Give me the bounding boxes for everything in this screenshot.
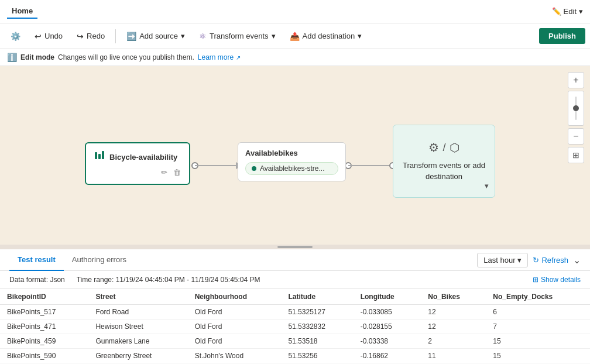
- table-cell: -0.028155: [354, 320, 421, 334]
- canvas: Bicycle-availability ✏ 🗑 Availablebikes …: [0, 66, 590, 245]
- add-destination-icon: 📤: [290, 32, 300, 41]
- table-cell: -0.16862: [354, 349, 421, 363]
- source-node-icon: [94, 150, 105, 163]
- zoom-out-button[interactable]: −: [568, 128, 584, 145]
- table-header-cell: No_Bikes: [421, 289, 486, 305]
- table-body: BikePoints_517Ford RoadOld Ford51.532512…: [0, 305, 590, 365]
- stream-node[interactable]: Availablebikes Availablebikes-stre...: [238, 142, 346, 181]
- table-cell: 51.53518: [281, 334, 353, 349]
- table-cell: 12: [421, 320, 486, 334]
- add-source-button[interactable]: ➡️ Add source ▾: [121, 29, 191, 44]
- time-range-dropdown[interactable]: Last hour ▾: [477, 253, 528, 267]
- show-details-button[interactable]: ⊞ Show details: [533, 276, 581, 284]
- svg-rect-8: [102, 151, 104, 159]
- svg-rect-7: [98, 154, 101, 159]
- zoom-track: [575, 97, 577, 120]
- table-header-cell: No_Empty_Docks: [486, 289, 590, 305]
- time-range-display-label: Time range:: [77, 276, 114, 284]
- table-cell: 15: [486, 349, 590, 363]
- add-destination-button[interactable]: 📤 Add destination ▾: [284, 29, 368, 44]
- redo-icon: ↪: [77, 32, 84, 41]
- data-format-value: Json: [50, 276, 64, 284]
- toolbar: ⚙️ ↩ Undo ↪ Redo ➡️ Add source ▾ ⚛ Trans…: [0, 23, 590, 49]
- svg-point-0: [192, 163, 198, 169]
- stream-node-item[interactable]: Availablebikes-stre...: [245, 162, 338, 175]
- data-format-left: Data format: Json Time range: 11/19/24 0…: [9, 276, 260, 284]
- edit-mode-message: Changes will go live once you publish th…: [58, 53, 194, 61]
- publish-button[interactable]: Publish: [539, 28, 585, 44]
- learn-more-link[interactable]: Learn more ↗: [198, 53, 241, 61]
- source-node[interactable]: Bicycle-availability ✏ 🗑: [85, 142, 190, 185]
- table-cell: Old Ford: [188, 334, 282, 349]
- add-source-icon: ➡️: [126, 32, 136, 41]
- data-table: BikepointIDStreetNeighbourhoodLatitudeLo…: [0, 289, 590, 364]
- tab-authoring-errors[interactable]: Authoring errors: [64, 249, 135, 271]
- table-header-cell: Latitude: [281, 289, 353, 305]
- table-header-cell: Neighbourhood: [188, 289, 282, 305]
- transform-events-button[interactable]: ⚛ Transform events ▾: [193, 29, 282, 44]
- data-format-label: Data format:: [9, 276, 48, 284]
- table-cell: BikePoints_471: [0, 320, 88, 334]
- time-range-display-value: 11/19/24 04:45:04 PM - 11/19/24 05:45:04…: [116, 276, 260, 284]
- info-icon: ℹ️: [7, 53, 17, 62]
- undo-button[interactable]: ↩ Undo: [29, 29, 68, 44]
- pencil-icon: ✏️: [552, 7, 561, 16]
- source-node-actions: ✏ 🗑: [94, 168, 181, 177]
- destination-node[interactable]: ⚙ / ⬡ Transform events or add destinatio…: [393, 125, 495, 198]
- table-cell: 6: [486, 305, 590, 320]
- more-button[interactable]: ⌄: [573, 255, 581, 266]
- external-link-icon: ↗: [236, 54, 241, 61]
- table-cell: BikePoints_590: [0, 349, 88, 363]
- separator: /: [442, 142, 445, 154]
- edit-mode-bar: ℹ️ Edit mode Changes will go live once y…: [0, 49, 590, 66]
- chevron-down-icon: ▾: [579, 7, 583, 16]
- time-range-label: Last hour: [483, 256, 515, 265]
- home-tab[interactable]: Home: [7, 4, 37, 19]
- stream-node-label: Availablebikes-stre...: [260, 164, 325, 173]
- table-cell: 51.5332832: [281, 320, 353, 334]
- chevron-down-icon: ▾: [358, 32, 362, 40]
- destination-icons: ⚙ / ⬡: [428, 140, 459, 154]
- zoom-in-button[interactable]: +: [568, 72, 584, 88]
- table-cell: Ford Road: [88, 305, 187, 320]
- table-cell: 51.5325127: [281, 305, 353, 320]
- destination-node-text: Transform events or add destination: [402, 160, 486, 181]
- refresh-button[interactable]: ↻ Refresh: [533, 256, 568, 265]
- table-row: BikePoints_471Hewison StreetOld Ford51.5…: [0, 320, 590, 334]
- table-header-row: BikepointIDStreetNeighbourhoodLatitudeLo…: [0, 289, 590, 305]
- undo-icon: ↩: [35, 32, 42, 41]
- table-cell: Hewison Street: [88, 320, 187, 334]
- zoom-controls: + − ⊞: [568, 72, 584, 163]
- table-icon: ⊞: [533, 276, 538, 284]
- edit-mode-badge: Edit mode: [20, 53, 54, 61]
- settings-button[interactable]: ⚙️: [5, 29, 26, 44]
- table-cell: 15: [486, 334, 590, 349]
- zoom-fit-button[interactable]: ⊞: [568, 147, 584, 163]
- data-format-item: Data format: Json: [9, 276, 65, 284]
- table-cell: 51.53256: [281, 349, 353, 363]
- svg-rect-6: [95, 152, 97, 159]
- table-cell: BikePoints_517: [0, 305, 88, 320]
- table-row: BikePoints_517Ford RoadOld Ford51.532512…: [0, 305, 590, 320]
- top-bar: Home ✏️ Edit ▾: [0, 0, 590, 23]
- zoom-slider[interactable]: [568, 91, 584, 126]
- table-cell: 11: [421, 349, 486, 363]
- tab-test-result[interactable]: Test result: [9, 249, 64, 271]
- refresh-icon: ↻: [533, 256, 539, 265]
- table-cell: -0.03338: [354, 334, 421, 349]
- edit-button[interactable]: ✏️ Edit ▾: [552, 7, 583, 16]
- chevron-down-icon[interactable]: ▾: [485, 181, 489, 190]
- table-cell: Gunmakers Lane: [88, 334, 187, 349]
- redo-button[interactable]: ↪ Redo: [71, 29, 111, 44]
- export-icon: ⬡: [450, 140, 459, 154]
- delete-icon[interactable]: 🗑: [173, 168, 181, 177]
- chevron-down-icon: ▾: [517, 256, 522, 265]
- stream-node-title: Availablebikes: [245, 149, 338, 157]
- table-cell: Old Ford: [188, 320, 282, 334]
- gear-icon: ⚙: [428, 140, 439, 154]
- stream-node-dot: [252, 166, 256, 171]
- resize-bar[interactable]: [0, 245, 590, 249]
- table-row: BikePoints_459Gunmakers LaneOld Ford51.5…: [0, 334, 590, 349]
- table-row: BikePoints_590Greenberry StreetSt.John's…: [0, 349, 590, 363]
- edit-icon[interactable]: ✏: [161, 168, 167, 177]
